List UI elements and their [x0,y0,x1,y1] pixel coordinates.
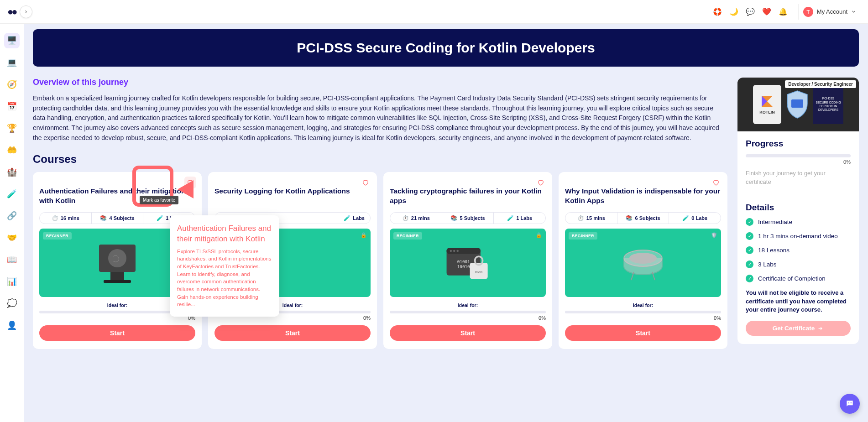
progress-panel: Developer / Security Engineer KOTLIN PCI… [737,78,859,344]
course-hover-popup: Authentication Failures and their mitiga… [170,215,279,317]
detail-item: ✓18 Lessons [746,246,851,254]
sidebar-item-castle[interactable]: 🏰 [4,164,20,180]
level-badge: BEGINNER [393,232,422,240]
sidebar-item-user[interactable]: 👤 [4,318,20,333]
top-header: ●● 🛟 🌙 💬 ❤️ 🔔 T My Account [0,0,868,24]
course-card: Tackling cryptographic failures in your … [383,172,552,349]
avatar: T [803,7,813,17]
detail-item: ✓Certificate of Completion [746,275,851,282]
ideal-for: Ideal for: [390,302,546,308]
detail-item: ✓Intermediate [746,218,851,226]
shield-icon: 🛡️ [711,232,717,238]
sidebar-item-hands[interactable]: 🤲 [4,142,20,158]
stat-labs: 🧪0 Labs [669,213,721,224]
main-content: PCI-DSS Secure Coding for Kotlin Develop… [24,24,868,363]
svg-point-1 [108,249,126,267]
heart-icon [362,179,369,186]
stats-row: ⏱️21 mins 📚5 Subjects 🧪1 Labs [390,212,546,224]
svg-point-7 [453,250,455,252]
sidebar-item-chat[interactable]: 💭 [4,296,20,311]
sidebar-item-chart[interactable]: 📊 [4,274,20,289]
level-badge: BEGINNER [43,232,72,240]
shield-card-icon [785,89,810,120]
sidebar-item-lab[interactable]: 🧪 [4,186,20,202]
svg-point-8 [456,250,459,252]
ideal-for: Ideal for: [565,302,721,308]
sidebar-item-network[interactable]: 🔗 [4,208,20,224]
arrow-right-icon [817,326,824,331]
stat-subjects: 📚5 Subjects [442,213,494,224]
start-button[interactable]: Start [214,325,371,341]
favorite-button[interactable] [360,177,371,188]
panel-progress-bar [746,154,851,157]
svg-point-6 [450,250,452,252]
moon-icon[interactable]: 🌙 [729,7,739,17]
svg-rect-3 [104,280,131,283]
sidebar-item-laptop[interactable]: 💻 [4,55,20,70]
course-title: Security Logging for Kotlin Applications [214,187,371,207]
sidebar-item-book[interactable]: 📖 [4,252,20,267]
thumbnail-art [613,238,673,288]
account-dropdown[interactable]: T My Account [798,4,861,20]
eligibility-note: You will not be eligible to receive a ce… [746,289,851,315]
stat-time: ⏱️15 mins [565,213,617,224]
heart-icon[interactable]: ❤️ [762,7,772,17]
stat-labs: 🧪1 Labs [493,213,545,224]
stat-subjects: 📚4 Subjects [91,213,143,224]
account-label: My Account [817,8,847,15]
stats-row: ⏱️15 mins 📚6 Subjects 🧪0 Labs [565,212,721,224]
svg-rect-17 [791,99,803,108]
sidebar-item-dashboard[interactable]: 🖥️ [4,33,20,48]
course-card: Why Input Validation is indispensable fo… [559,172,727,349]
sidebar-item-collab[interactable]: 🤝 [4,230,20,245]
bell-icon[interactable]: 🔔 [778,7,788,17]
pci-text-card: PCI-DSS SECURE CODING FOR KOTLIN DEVELOP… [813,85,843,124]
check-icon: ✓ [746,246,753,254]
chevron-right-icon [24,10,28,14]
start-button[interactable]: Start [565,325,721,341]
expand-sidebar-button[interactable] [20,5,32,18]
kotlin-logo-card: KOTLIN [753,85,781,124]
svg-rect-2 [110,272,124,280]
lifebuoy-icon[interactable]: 🛟 [712,7,722,17]
favorite-button[interactable] [710,177,722,188]
level-badge: BEGINNER [569,232,597,240]
start-button[interactable]: Start [39,325,195,341]
sidebar-item-calendar[interactable]: 📅 [4,99,20,114]
course-thumbnail: BEGINNER 🔒 0100110010Kotlin [390,229,546,297]
logo-icon[interactable]: ●● [7,6,16,18]
header-right: 🛟 🌙 💬 ❤️ 🔔 T My Account [712,4,861,20]
details-heading: Details [746,203,851,213]
progress-percent: 0% [565,315,721,321]
chevron-down-icon [851,9,856,14]
hover-title: Authentication Failures and their mitiga… [177,224,272,244]
course-grid: Authentication Failures and their mitiga… [33,172,727,349]
get-certificate-button[interactable]: Get Certificate [746,321,851,336]
sidebar-item-trophy[interactable]: 🏆 [4,120,20,136]
stat-subjects: 📚6 Subjects [617,213,669,224]
discord-icon[interactable]: 💬 [745,7,755,17]
panel-hero-image: Developer / Security Engineer KOTLIN PCI… [737,78,859,131]
course-title: Why Input Validation is indispensable fo… [565,187,721,207]
logo-area: ●● [7,5,32,18]
stat-labs: 🧪Labs [338,213,370,224]
panel-progress-percent: 0% [746,159,851,165]
progress-percent: 0% [390,315,546,321]
stat-time: ⏱️16 mins [40,213,91,224]
progress-bar [565,311,721,313]
overview-text: Embark on a specialized learning journey… [33,94,727,143]
favorite-button[interactable] [184,177,196,188]
lock-icon: 🔒 [536,232,542,238]
favorite-button[interactable] [535,177,547,188]
sidebar-item-compass[interactable]: 🧭 [4,77,20,92]
thumbnail-art: 0100110010Kotlin [438,238,497,288]
divider [737,195,859,195]
svg-text:10010: 10010 [457,265,470,270]
check-icon: ✓ [746,275,753,282]
stat-time: ⏱️21 mins [390,213,442,224]
hover-body: Explore TLS/SSL protocols, secure handsh… [177,248,272,308]
course-title: Tackling cryptographic failures in your … [390,187,546,207]
svg-text:Kotlin: Kotlin [475,271,483,274]
start-button[interactable]: Start [390,325,546,341]
check-icon: ✓ [746,218,753,226]
